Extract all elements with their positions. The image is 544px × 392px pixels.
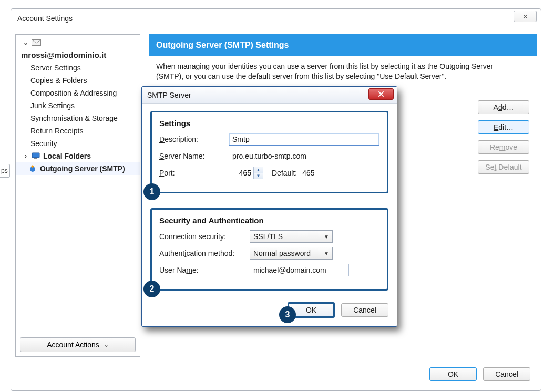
right-button-column: Add… Edit… Remove Set Default (478, 100, 529, 174)
account-tree: ⌄ mrossi@miodominio.it Server Settings C… (15, 34, 140, 357)
chevron-down-icon: ⌄ (104, 341, 109, 348)
tree-item-security[interactable]: Security (16, 137, 140, 150)
security-group-title: Security and Authentication (159, 216, 379, 225)
server-name-input[interactable] (229, 150, 379, 162)
default-port-label: Default: (272, 169, 297, 177)
dropdown-icon: ▼ (324, 251, 329, 256)
svg-rect-1 (32, 153, 39, 158)
description-input[interactable] (229, 133, 379, 146)
set-default-button[interactable]: Set Default (478, 160, 529, 174)
dialog-title-text: SMTP Server (147, 91, 191, 99)
tree-outgoing-label: Outgoing Server (SMTP) (40, 164, 125, 173)
tree-item-server-settings[interactable]: Server Settings (16, 61, 140, 74)
username-input[interactable] (250, 264, 349, 276)
account-actions-label: Account Actions (47, 341, 99, 349)
port-label: Port: (159, 169, 229, 177)
remove-button[interactable]: Remove (478, 140, 529, 154)
dialog-titlebar: SMTP Server (142, 87, 397, 104)
smtp-server-dialog: SMTP Server Settings Description: Server… (141, 86, 397, 327)
step-badge-3: 3 (279, 306, 296, 323)
auth-method-label: Authentication method: (159, 249, 250, 257)
mail-icon (32, 39, 41, 46)
tree-item-composition[interactable]: Composition & Addressing (16, 87, 140, 99)
window-title: Account Settings (17, 14, 73, 23)
tree-local-folders[interactable]: › Local Folders (16, 150, 140, 162)
settings-group-title: Settings (159, 119, 379, 128)
left-stub: ps (0, 164, 10, 178)
main-cancel-button[interactable]: Cancel (483, 367, 530, 381)
spinner-down-icon[interactable]: ▼ (254, 173, 263, 179)
tree-account-root[interactable]: ⌄ (16, 37, 140, 48)
titlebar: Account Settings ✕ (11, 9, 541, 28)
close-icon: ✕ (522, 13, 528, 20)
account-actions-button[interactable]: Account Actions ⌄ (20, 337, 136, 352)
step-badge-2: 2 (143, 281, 160, 297)
connection-security-label: Connection security: (159, 232, 250, 241)
dropdown-icon: ▼ (324, 234, 329, 240)
port-input[interactable] (229, 168, 253, 178)
globe-arrow-icon (28, 164, 37, 173)
window-close-button[interactable]: ✕ (514, 11, 537, 22)
main-ok-button[interactable]: OK (429, 367, 477, 381)
step-badge-1: 1 (143, 183, 160, 200)
port-spinner[interactable]: ▲ ▼ (229, 167, 264, 179)
spinner-arrows[interactable]: ▲ ▼ (253, 167, 263, 179)
panel-description: When managing your identities you can us… (149, 56, 517, 85)
account-actions: Account Actions ⌄ (20, 337, 136, 352)
tree-item-return-receipts[interactable]: Return Receipts (16, 125, 140, 137)
server-name-label: Server Name: (159, 152, 229, 160)
close-icon (377, 91, 385, 97)
security-group: Security and Authentication Connection s… (150, 208, 388, 291)
tree-item-sync[interactable]: Synchronisation & Storage (16, 112, 140, 125)
panel-header: Outgoing Server (SMTP) Settings (149, 34, 537, 56)
auth-method-select[interactable]: Normal password ▼ (250, 247, 333, 260)
default-port-value: 465 (302, 169, 314, 177)
tree-outgoing-smtp[interactable]: Outgoing Server (SMTP) (16, 162, 140, 175)
chevron-right-icon: › (23, 152, 28, 160)
tree-item-copies-folders[interactable]: Copies & Folders (16, 74, 140, 87)
dialog-close-button[interactable] (368, 88, 394, 100)
dialog-cancel-button[interactable]: Cancel (341, 303, 388, 317)
settings-group: Settings Description: Server Name: Port:… (150, 111, 388, 193)
footer-buttons: OK Cancel (429, 367, 530, 381)
connection-security-select[interactable]: SSL/TLS ▼ (250, 230, 333, 243)
edit-button[interactable]: Edit… (478, 120, 529, 134)
tree-account-email[interactable]: mrossi@miodominio.it (16, 48, 140, 61)
username-label: User Name: (159, 266, 250, 274)
tree-local-folders-label: Local Folders (43, 152, 91, 160)
add-button[interactable]: Add… (478, 100, 529, 114)
chevron-down-icon: ⌄ (23, 39, 28, 46)
connection-security-value: SSL/TLS (253, 232, 283, 241)
dialog-button-row: OK 3 Cancel (142, 302, 397, 326)
auth-method-value: Normal password (253, 249, 311, 257)
svg-rect-2 (34, 158, 37, 159)
description-label: Description: (159, 135, 229, 143)
spinner-up-icon[interactable]: ▲ (254, 167, 263, 173)
monitor-icon (32, 152, 40, 160)
tree-item-junk[interactable]: Junk Settings (16, 99, 140, 112)
